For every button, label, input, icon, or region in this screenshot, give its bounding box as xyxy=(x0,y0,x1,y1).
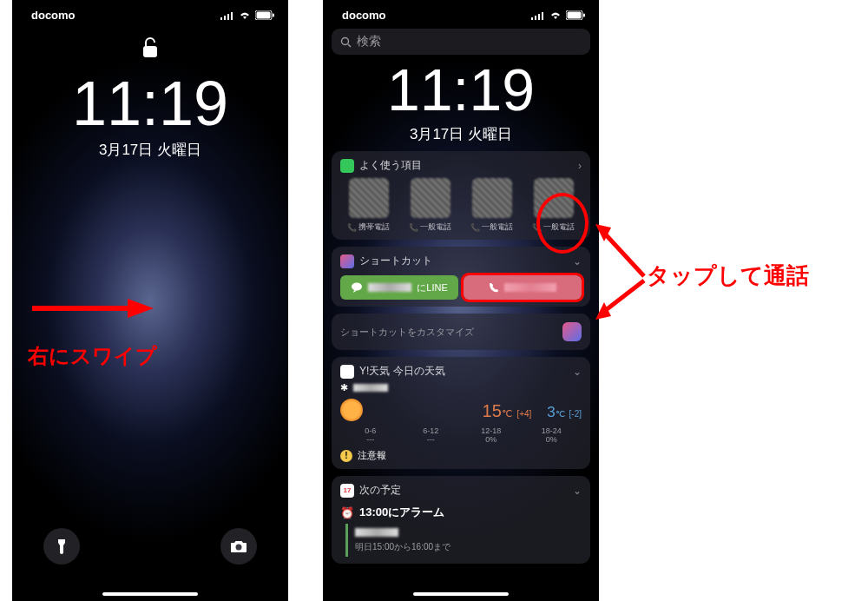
chat-icon xyxy=(351,282,363,293)
redacted-name xyxy=(504,283,556,292)
favorite-contact[interactable]: 📞一般電話 xyxy=(464,178,520,233)
battery-icon xyxy=(255,10,274,20)
search-placeholder: 検索 xyxy=(357,34,381,50)
alarm-icon: ⏰ xyxy=(340,506,354,519)
precip-table: 0-6--- 6-12--- 12-180% 18-240% xyxy=(340,426,582,444)
search-field[interactable]: 検索 xyxy=(332,29,590,55)
weather-widget: Y!天気 今日の天気 ⌄ ✱ 15℃ [+4] 3℃ [-2] 0-6--- 6… xyxy=(332,357,590,469)
status-icons xyxy=(531,10,585,20)
phone-app-icon xyxy=(340,159,354,173)
contact-photo xyxy=(534,178,574,218)
wifi-icon xyxy=(549,11,562,20)
event-row[interactable]: 明日15:00から16:00まで xyxy=(345,524,582,557)
search-icon xyxy=(340,36,352,48)
svg-rect-10 xyxy=(535,16,536,20)
redacted-event xyxy=(355,528,398,537)
low-temp: 3℃ [-2] xyxy=(547,404,582,421)
calendar-widget: 17 次の予定 ⌄ ⏰ 13:00にアラーム 明日15:00から16:00まで xyxy=(332,476,590,564)
location-icon: ✱ xyxy=(340,382,348,393)
favorites-widget: よく使う項目 › 📞携帯電話 📞一般電話 📞一般電話 📞一般電話 xyxy=(332,151,590,240)
svg-rect-12 xyxy=(542,12,543,20)
today-view-screen: docomo 検索 11:19 3月17日 火曜日 よく使う項目 › 📞携帯電話 xyxy=(323,0,599,601)
svg-rect-2 xyxy=(227,14,229,20)
contact-photo xyxy=(349,178,389,218)
carrier-label: docomo xyxy=(342,9,386,22)
annotation-arrow-to-favorite xyxy=(592,215,653,302)
svg-line-17 xyxy=(348,44,351,47)
shortcuts-app-icon xyxy=(340,254,354,268)
camera-button[interactable] xyxy=(220,528,257,565)
home-indicator[interactable] xyxy=(413,592,509,596)
annotation-arrow-to-call xyxy=(592,276,653,328)
lock-icon xyxy=(12,36,288,63)
weather-title: Y!天気 今日の天気 xyxy=(359,364,445,379)
svg-rect-0 xyxy=(220,17,222,20)
shortcut-line-button[interactable]: にLINE xyxy=(340,275,458,300)
yweather-app-icon xyxy=(340,365,354,379)
svg-point-16 xyxy=(342,37,349,44)
svg-rect-5 xyxy=(257,12,271,19)
svg-rect-14 xyxy=(568,12,582,19)
wifi-icon xyxy=(239,11,251,20)
flashlight-icon xyxy=(56,538,68,555)
status-bar: docomo xyxy=(12,0,288,22)
redacted-name xyxy=(368,283,411,292)
home-indicator[interactable] xyxy=(102,592,198,596)
shortcuts-icon xyxy=(562,322,582,341)
status-bar: docomo xyxy=(323,0,599,22)
clock-date: 3月17日 火曜日 xyxy=(12,140,288,160)
favorite-contact[interactable]: 📞一般電話 xyxy=(525,178,582,233)
clock-time: 11:19 xyxy=(323,60,599,119)
favorite-contact[interactable]: 📞一般電話 xyxy=(402,178,458,233)
clock-date: 3月17日 火曜日 xyxy=(323,124,599,144)
svg-rect-9 xyxy=(531,17,533,20)
shortcut-call-button[interactable] xyxy=(464,275,582,300)
signal-icon xyxy=(531,11,545,20)
annotation-swipe-right-label: 右にスワイプ xyxy=(28,342,157,370)
calendar-app-icon: 17 xyxy=(340,484,354,498)
calendar-title: 次の予定 xyxy=(359,483,401,498)
clock-time: 11:19 xyxy=(12,72,288,135)
shortcuts-title: ショートカット xyxy=(359,254,432,268)
contact-photo xyxy=(472,178,512,218)
favorites-title: よく使う項目 xyxy=(359,158,422,173)
shortcuts-widget: ショートカット ⌄ にLINE xyxy=(332,247,590,307)
alarm-row: ⏰ 13:00にアラーム xyxy=(340,505,582,520)
phone-type-icon: 📞 xyxy=(470,223,480,232)
sun-icon xyxy=(340,399,363,421)
phone-type-icon: 📞 xyxy=(532,223,542,232)
svg-point-18 xyxy=(352,283,362,291)
phone-type-icon: 📞 xyxy=(347,223,357,232)
signal-icon xyxy=(220,11,234,20)
weather-advisory: ! 注意報 xyxy=(340,449,582,462)
svg-rect-15 xyxy=(583,14,585,17)
status-icons xyxy=(220,10,274,20)
camera-icon xyxy=(230,539,247,553)
svg-rect-7 xyxy=(143,46,157,57)
svg-point-8 xyxy=(236,545,242,551)
svg-rect-6 xyxy=(273,14,274,17)
svg-rect-11 xyxy=(538,14,540,20)
chevron-down-icon[interactable]: ⌄ xyxy=(573,255,582,267)
phone-icon xyxy=(489,282,499,293)
contact-photo xyxy=(411,178,450,218)
customize-shortcuts-row[interactable]: ショートカットをカスタマイズ xyxy=(332,314,590,350)
chevron-down-icon[interactable]: ⌄ xyxy=(573,366,582,378)
svg-rect-3 xyxy=(231,12,233,20)
chevron-right-icon[interactable]: › xyxy=(578,160,582,172)
battery-icon xyxy=(566,10,585,20)
high-temp: 15℃ [+4] xyxy=(483,401,532,421)
redacted-location xyxy=(353,384,388,392)
lock-screen: docomo 11:19 3月17日 火曜日 xyxy=(12,0,288,601)
svg-rect-1 xyxy=(224,16,226,20)
annotation-tap-call-label: タップして通話 xyxy=(647,261,809,291)
carrier-label: docomo xyxy=(31,9,76,22)
chevron-down-icon[interactable]: ⌄ xyxy=(573,485,582,497)
warning-icon: ! xyxy=(340,450,352,462)
flashlight-button[interactable] xyxy=(43,528,80,565)
phone-type-icon: 📞 xyxy=(409,223,418,232)
favorite-contact[interactable]: 📞携帯電話 xyxy=(340,178,397,233)
